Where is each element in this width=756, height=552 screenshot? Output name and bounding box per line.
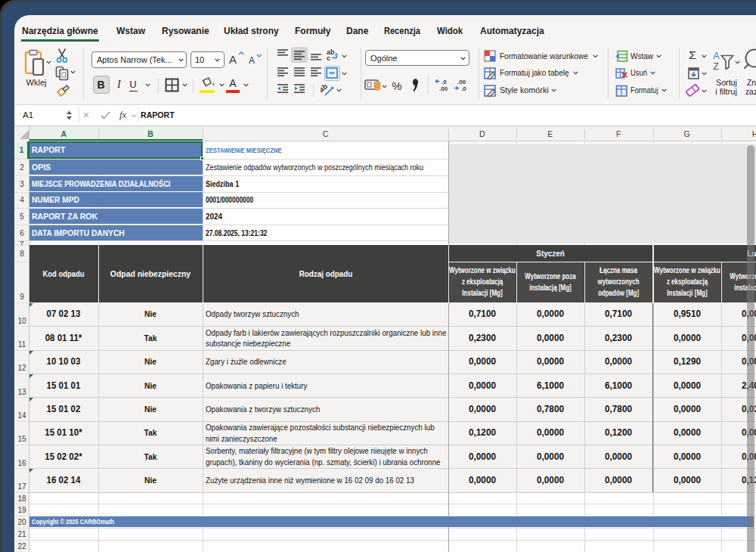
svg-text:.00: .00 (439, 85, 448, 92)
svg-text:.0: .0 (461, 85, 466, 92)
svg-text:.00: .00 (457, 79, 466, 85)
svg-text:.0: .0 (442, 79, 447, 85)
svg-text:c: c (327, 54, 330, 62)
